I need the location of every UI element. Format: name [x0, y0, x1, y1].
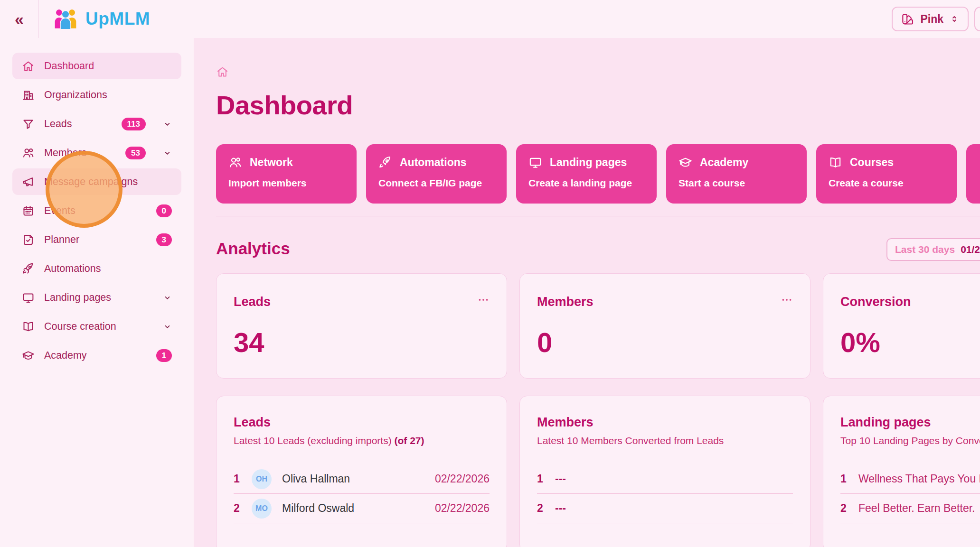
planner-count-badge: 3: [156, 233, 172, 246]
quick-action-landing-pages[interactable]: Landing pages Create a landing page: [516, 144, 657, 204]
sidebar-item-organizations[interactable]: Organizations: [12, 82, 181, 108]
brand-name: UpMLM: [85, 9, 150, 29]
chevron-down-icon: [163, 120, 172, 129]
clipboard-check-icon: [22, 233, 35, 246]
graduation-cap-icon: [22, 349, 35, 362]
home-icon: [216, 65, 980, 78]
stat-card-conversion: Conversion 0%: [823, 273, 980, 379]
megaphone-icon: [22, 176, 35, 188]
quick-action-automations[interactable]: Automations Connect a FB/IG page: [366, 144, 507, 204]
list-card-title: Members: [537, 415, 793, 430]
stat-card-value: 34: [234, 326, 490, 358]
row-index: 2: [840, 502, 848, 515]
list-rows: 1 Wellness That Pays You Back 2 Feel Bet…: [840, 464, 980, 523]
stat-card-value: 0: [537, 326, 793, 358]
events-count-badge: 0: [156, 204, 172, 217]
ellipsis-menu-icon[interactable]: [778, 291, 796, 309]
quick-action-title: Courses: [850, 156, 894, 169]
stat-card-title: Leads: [234, 295, 490, 309]
quick-action-academy[interactable]: Academy Start a course: [666, 144, 807, 204]
sidebar-collapse-button[interactable]: «: [0, 0, 39, 38]
sidebar-item-leads[interactable]: Leads 113: [12, 111, 181, 137]
sidebar-item-academy[interactable]: Academy 1: [12, 342, 181, 369]
ellipsis-menu-icon[interactable]: [474, 291, 492, 309]
lead-date: 02/22/2026: [435, 502, 490, 515]
members-count-badge: 53: [125, 147, 146, 159]
list-card-leads: Leads Latest 10 Leads (excluding imports…: [216, 396, 507, 547]
monitor-icon: [22, 291, 35, 304]
list-row[interactable]: 2 MO Milford Oswald 02/22/2026: [234, 494, 490, 523]
sidebar-item-landing-pages[interactable]: Landing pages: [12, 284, 181, 311]
date-range-start: 01/2: [961, 244, 980, 255]
quick-action-subtitle: Create a course: [829, 177, 944, 189]
row-index: 2: [537, 502, 545, 515]
avatar: OH: [252, 469, 272, 489]
analytics-header: Analytics Last 30 days 01/2: [216, 239, 980, 258]
list-card-title: Landing pages: [840, 415, 980, 430]
rocket-icon: [22, 262, 35, 275]
lead-name: Oliva Hallman: [282, 473, 424, 485]
sidebar-item-dashboard[interactable]: Dashboard: [12, 53, 181, 79]
sidebar-item-label: Organizations: [44, 89, 172, 101]
graduation-cap-icon: [678, 156, 692, 169]
list-row[interactable]: 2 Feel Better. Earn Better.: [840, 494, 980, 523]
sidebar-item-planner[interactable]: Planner 3: [12, 226, 181, 253]
row-index: 2: [234, 502, 241, 515]
analytics-heading: Analytics: [216, 239, 290, 258]
people-logo-icon: [53, 8, 78, 30]
list-row[interactable]: 2 ---: [537, 494, 793, 523]
row-index: 1: [537, 473, 545, 485]
list-cards-row: Leads Latest 10 Leads (excluding imports…: [216, 396, 980, 547]
quick-action-card-partial[interactable]: [966, 144, 980, 204]
member-name: ---: [555, 473, 793, 485]
theme-selector-button[interactable]: Pink: [892, 7, 969, 31]
monitor-icon: [528, 156, 542, 169]
sidebar-item-members[interactable]: Members 53: [12, 139, 181, 166]
page-title: Dashboard: [216, 90, 980, 121]
list-card-members: Members Latest 10 Members Converted from…: [519, 396, 810, 547]
topbar-button-partial[interactable]: [974, 7, 980, 31]
sidebar-item-label: Message campaigns: [44, 176, 172, 188]
stat-card-value: 0%: [840, 326, 980, 358]
row-index: 1: [840, 473, 848, 485]
quick-action-title: Landing pages: [550, 156, 627, 169]
landing-page-name: Feel Better. Earn Better.: [858, 502, 980, 515]
landing-page-name: Wellness That Pays You Back: [858, 473, 980, 485]
sidebar-item-label: Members: [44, 147, 116, 159]
chevrons-left-icon: «: [15, 10, 24, 28]
row-index: 1: [234, 473, 241, 485]
quick-action-title: Automations: [400, 156, 467, 169]
quick-action-network[interactable]: Network Import members: [216, 144, 357, 204]
list-row[interactable]: 1 Wellness That Pays You Back: [840, 464, 980, 494]
sidebar-item-label: Course creation: [44, 321, 146, 333]
sidebar-item-automations[interactable]: Automations: [12, 255, 181, 282]
quick-action-subtitle: Create a landing page: [528, 177, 644, 189]
list-card-title: Leads: [234, 415, 490, 430]
sidebar-item-label: Academy: [44, 350, 147, 362]
list-rows: 1 --- 2 ---: [537, 464, 793, 523]
date-range-filter[interactable]: Last 30 days 01/2: [886, 238, 980, 261]
quick-action-title: Academy: [700, 156, 748, 169]
lead-name: Milford Oswald: [282, 502, 424, 515]
sidebar-item-course-creation[interactable]: Course creation: [12, 313, 181, 340]
sidebar-item-message-campaigns[interactable]: Message campaigns: [12, 168, 181, 195]
list-card-subtitle: Latest 10 Leads (excluding imports) (of …: [234, 435, 490, 446]
list-row[interactable]: 1 OH Oliva Hallman 02/22/2026: [234, 464, 490, 494]
quick-action-subtitle: Start a course: [678, 177, 794, 189]
brand-logo: UpMLM: [53, 8, 150, 30]
rocket-icon: [378, 156, 392, 169]
breadcrumb[interactable]: [216, 65, 980, 78]
sidebar-item-label: Events: [44, 205, 147, 217]
book-open-icon: [22, 320, 35, 333]
sidebar-item-label: Leads: [44, 118, 112, 130]
stat-card-members: Members 0: [519, 273, 810, 379]
sidebar-item-events[interactable]: Events 0: [12, 197, 181, 224]
chevron-down-icon: [163, 148, 172, 158]
quick-action-courses[interactable]: Courses Create a course: [816, 144, 957, 204]
book-open-icon: [829, 156, 842, 169]
users-icon: [22, 147, 35, 159]
sidebar-item-label: Planner: [44, 234, 147, 246]
lead-date: 02/22/2026: [435, 473, 490, 485]
topbar: « UpMLM Pink: [0, 0, 980, 38]
list-row[interactable]: 1 ---: [537, 464, 793, 494]
